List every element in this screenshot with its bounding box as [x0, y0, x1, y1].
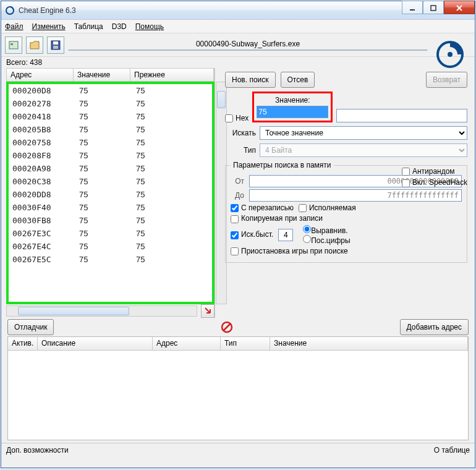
col-al-address[interactable]: Адрес [153, 337, 221, 350]
menu-help[interactable]: Помощь [135, 22, 164, 31]
undo-scan-button[interactable]: Возврат [426, 72, 467, 88]
add-address-button[interactable]: Добавить адрес [400, 319, 469, 335]
pause-checkbox[interactable] [231, 247, 239, 255]
menubar: Файл Изменить Таблица D3D Помощь [1, 20, 475, 33]
menu-file[interactable]: Файл [5, 22, 23, 31]
results-panel: Адрес Значение Прежнее 000200D8757500020… [6, 68, 215, 318]
results-list[interactable]: 000200D875750002027875750002041875750002… [6, 82, 215, 304]
executable-checkbox[interactable] [299, 204, 307, 212]
menu-table[interactable]: Таблица [74, 22, 103, 31]
col-previous[interactable]: Прежнее [130, 69, 214, 81]
svg-rect-6 [11, 43, 13, 45]
hex-checkbox-label[interactable]: Hex [225, 114, 249, 122]
table-row[interactable]: 000202787575 [9, 97, 212, 110]
found-count: 438 [30, 58, 42, 67]
from-label: От [231, 177, 244, 186]
table-row[interactable]: 000208F87575 [9, 149, 212, 162]
app-icon [5, 6, 15, 15]
search-panel: Нов. поиск Отсев Возврат Hex Значение: И… [215, 68, 475, 318]
table-row[interactable]: 000200D87575 [9, 84, 212, 97]
menu-d3d[interactable]: D3D [112, 22, 127, 31]
lastdigits-radio[interactable] [303, 235, 311, 243]
to-label: До [231, 191, 244, 200]
table-row[interactable]: 00020A987575 [9, 162, 212, 175]
table-row[interactable]: 00267E3C7575 [9, 227, 212, 240]
new-scan-button[interactable]: Нов. поиск [225, 72, 276, 88]
no-entry-icon[interactable] [220, 320, 234, 334]
found-label: Всего: [6, 58, 28, 67]
results-hscroll[interactable] [6, 306, 197, 317]
value-type-select[interactable]: 4 Байта [260, 143, 467, 157]
add-to-list-button[interactable] [201, 304, 215, 318]
status-left[interactable]: Доп. возможности [6, 446, 69, 455]
col-value[interactable]: Значение [74, 69, 130, 81]
value-field-highlight: Значение: [252, 92, 333, 122]
status-right[interactable]: О таблице [434, 446, 470, 455]
col-active[interactable]: Актив. [8, 337, 38, 350]
col-desc[interactable]: Описание [38, 337, 153, 350]
debugger-button[interactable]: Отладчик [7, 319, 54, 335]
fastscan-value[interactable] [278, 229, 293, 241]
progress-bar [68, 49, 428, 51]
col-al-type[interactable]: Тип [221, 337, 270, 350]
save-button[interactable] [47, 36, 64, 54]
scan-type-label: Искать [225, 129, 256, 137]
col-address[interactable]: Адрес [7, 69, 74, 81]
svg-rect-2 [431, 6, 436, 11]
table-row[interactable]: 00030F407575 [9, 201, 212, 214]
value-label: Значение: [257, 96, 328, 105]
table-row[interactable]: 00020DD87575 [9, 188, 212, 201]
scan-type-select[interactable]: Точное значение [260, 126, 467, 140]
value-extended-input[interactable] [336, 109, 467, 122]
antirandom-checkbox[interactable] [402, 168, 410, 176]
address-list[interactable]: Актив. Описание Адрес Тип Значение [7, 336, 469, 440]
hex-checkbox[interactable] [225, 114, 233, 122]
open-process-button[interactable] [5, 36, 22, 54]
next-scan-button[interactable]: Отсев [281, 72, 315, 88]
menu-edit[interactable]: Изменить [32, 22, 66, 31]
copyonwrite-checkbox[interactable] [231, 215, 239, 223]
process-name: 00000490-Subway_Surfers.exe [68, 40, 428, 48]
col-al-value[interactable]: Значение [270, 337, 468, 350]
statusbar: Доп. возможности О таблице [1, 443, 475, 456]
results-header: Адрес Значение Прежнее [6, 68, 215, 82]
svg-rect-9 [53, 46, 58, 49]
table-row[interactable]: 000205B87575 [9, 123, 212, 136]
svg-point-11 [448, 52, 453, 57]
titlebar: Cheat Engine 6.3 [1, 1, 475, 20]
close-button[interactable] [444, 1, 475, 14]
table-row[interactable]: 00267E5C7575 [9, 253, 212, 266]
value-type-label: Тип [225, 146, 256, 155]
align-radio[interactable] [303, 225, 311, 233]
writable-checkbox[interactable] [231, 204, 239, 212]
minimize-button[interactable] [402, 1, 423, 14]
open-file-button[interactable] [26, 36, 43, 54]
value-input[interactable] [257, 106, 328, 118]
maximize-button[interactable] [423, 1, 444, 14]
table-row[interactable]: 00267E4C7575 [9, 240, 212, 253]
table-row[interactable]: 000207587575 [9, 136, 212, 149]
to-input[interactable] [249, 189, 462, 202]
fastscan-checkbox[interactable] [231, 231, 239, 239]
speedhack-checkbox[interactable] [402, 179, 410, 187]
table-row[interactable]: 00030FB87575 [9, 214, 212, 227]
window-title: Cheat Engine 6.3 [19, 6, 402, 15]
table-row[interactable]: 00020C387575 [9, 175, 212, 188]
svg-line-13 [223, 323, 231, 331]
svg-rect-8 [53, 41, 58, 45]
table-row[interactable]: 000204187575 [9, 110, 212, 123]
